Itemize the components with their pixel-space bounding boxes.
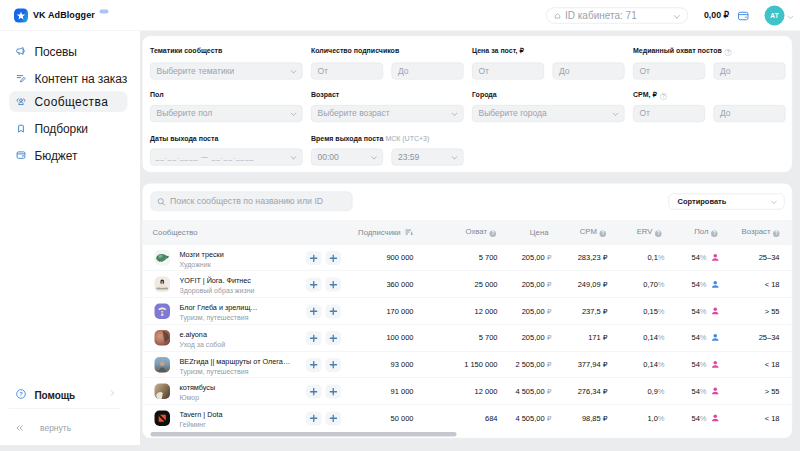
svg-text:?: ?	[19, 391, 23, 397]
